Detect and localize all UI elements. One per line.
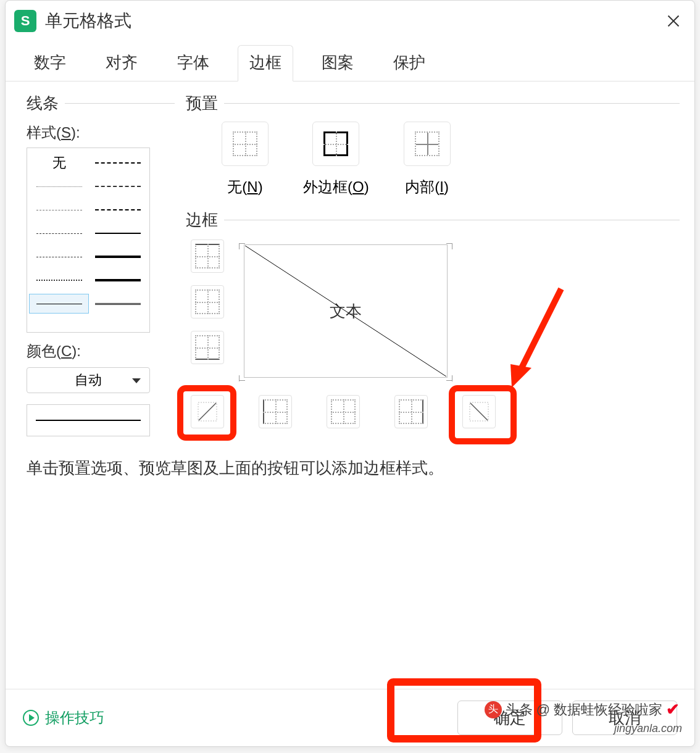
tabs: 数字 对齐 字体 边框 图案 保护	[6, 39, 694, 81]
tab-font[interactable]: 字体	[166, 46, 220, 81]
tab-border[interactable]: 边框	[238, 45, 293, 81]
color-preview	[27, 404, 150, 436]
line-style-9[interactable]	[88, 248, 147, 266]
line-style-5[interactable]	[88, 201, 147, 219]
watermark-site: jingyanla.com	[614, 722, 682, 735]
line-style-list[interactable]: 无	[27, 148, 150, 333]
style-label-hotkey: S	[61, 124, 71, 141]
preset-none-icon	[222, 122, 269, 166]
line-style-13[interactable]	[88, 294, 147, 313]
border-left-button[interactable]	[259, 395, 292, 428]
line-style-2[interactable]	[30, 177, 88, 196]
tab-pattern[interactable]: 图案	[310, 46, 365, 81]
tab-protect[interactable]: 保护	[382, 46, 436, 81]
dialog-title: 单元格格式	[45, 9, 664, 33]
line-group-text: 线条	[27, 93, 59, 114]
tab-number[interactable]: 数字	[23, 46, 77, 81]
line-style-11[interactable]	[88, 271, 147, 289]
border-bottom-row	[191, 395, 496, 428]
titlebar: S 单元格格式	[6, 1, 694, 39]
preset-outline-icon	[312, 122, 359, 166]
color-combo[interactable]: 自动	[27, 367, 150, 393]
color-label-suffix: ):	[72, 343, 81, 359]
line-style-4[interactable]	[30, 201, 88, 219]
line-style-1[interactable]	[88, 154, 147, 172]
border-preview[interactable]: 文本	[244, 244, 448, 378]
line-group: 线条 样式(S): 无	[27, 93, 175, 689]
preset-outline-label: 外边框(O)	[303, 177, 369, 197]
tab-align[interactable]: 对齐	[94, 46, 149, 81]
line-style-10[interactable]	[30, 271, 88, 289]
border-right-button[interactable]	[394, 395, 428, 428]
annotation-arrow-icon	[499, 283, 573, 394]
watermark-prefix: 头条 @	[506, 701, 550, 719]
border-group-label: 边框	[186, 209, 680, 231]
divider	[224, 103, 680, 104]
border-group: 边框	[186, 209, 680, 449]
preset-none[interactable]: 无(N)	[222, 122, 269, 197]
border-diagonal-down-button[interactable]	[462, 395, 496, 428]
border-top-button[interactable]	[191, 239, 224, 273]
close-icon[interactable]	[664, 11, 683, 31]
right-column: 预置 无(N) 外边框(O)	[175, 93, 680, 689]
preset-inside-label: 内部(I)	[405, 177, 449, 197]
watermark-name: 数据蛙恢经验啦家	[554, 701, 662, 719]
border-middle-v-button[interactable]	[327, 395, 360, 428]
border-group-text: 边框	[186, 209, 218, 231]
border-bottom-button[interactable]	[191, 331, 224, 364]
tips-link[interactable]: 操作技巧	[23, 708, 104, 728]
preset-inside[interactable]: 内部(I)	[404, 122, 451, 197]
watermark-badge-icon: 头	[485, 701, 502, 718]
color-combo-value: 自动	[75, 371, 102, 389]
cell-format-dialog: S 单元格格式 数字 对齐 字体 边框 图案 保护 线条 样式(S): 无	[5, 0, 695, 747]
style-label-suffix: ):	[71, 124, 80, 141]
color-swatch-icon	[36, 420, 141, 421]
app-icon: S	[14, 10, 36, 32]
preset-group-label: 预置	[186, 93, 680, 114]
line-style-3[interactable]	[88, 177, 147, 196]
tips-link-label: 操作技巧	[45, 708, 104, 728]
content: 线条 样式(S): 无	[6, 81, 694, 689]
line-style-none[interactable]: 无	[30, 154, 88, 172]
color-label: 颜色(C):	[27, 341, 175, 361]
color-label-prefix: 颜色(	[27, 343, 61, 359]
preset-outline[interactable]: 外边框(O)	[303, 122, 369, 197]
style-label-prefix: 样式(	[27, 124, 61, 141]
line-group-label: 线条	[27, 93, 175, 114]
preset-group-text: 预置	[186, 93, 218, 114]
border-diagonal-up-button[interactable]	[191, 395, 224, 428]
hint-text: 单击预置选项、预览草图及上面的按钮可以添加边框样式。	[27, 457, 444, 479]
play-icon	[23, 710, 39, 726]
divider	[65, 103, 175, 104]
border-middle-h-button[interactable]	[191, 285, 224, 318]
border-side-buttons	[191, 239, 224, 364]
svg-line-5	[518, 289, 561, 375]
svg-line-4	[470, 403, 488, 420]
line-style-12[interactable]	[30, 294, 88, 313]
line-style-none-label: 无	[52, 154, 66, 172]
line-style-8[interactable]	[30, 248, 88, 266]
svg-marker-6	[510, 364, 531, 388]
style-label: 样式(S):	[27, 123, 175, 143]
preset-inside-icon	[404, 122, 451, 166]
divider	[224, 220, 680, 220]
preset-row: 无(N) 外边框(O) 内部(I)	[222, 122, 680, 197]
watermark-check-icon: ✔	[666, 700, 680, 719]
border-preview-text: 文本	[330, 301, 362, 322]
watermark: 头 头条 @ 数据蛙恢经验啦家 ✔	[485, 700, 680, 719]
preset-none-label: 无(N)	[227, 177, 262, 197]
line-style-6[interactable]	[30, 224, 88, 243]
svg-line-2	[199, 403, 216, 420]
line-style-7[interactable]	[88, 224, 147, 243]
color-label-hotkey: C	[61, 343, 72, 359]
